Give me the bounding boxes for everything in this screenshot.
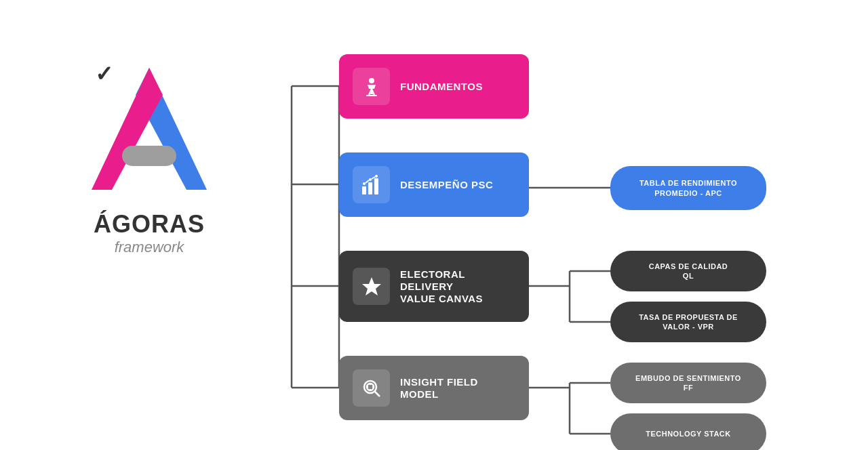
insight-box[interactable]: INSIGHT FIELD MODEL [339,356,529,420]
svg-rect-20 [362,186,366,195]
tabla-label: TABLA DE RENDIMIENTOPROMEDIO - APC [620,178,756,198]
svg-rect-22 [374,178,378,195]
tasa-label: TASA DE PROPUESTA DEVALOR - VPR [620,312,756,332]
logo-area: ✓ ÁGORAS framework [41,54,258,256]
desempeno-icon [353,166,390,203]
logo-text-area: ÁGORAS framework [94,210,205,256]
fundamentos-box[interactable]: FUNDAMENTOS [339,54,529,119]
embudo-label: EMBUDO DE SENTIMIENTOFF [620,373,756,393]
gray-pill [122,146,176,166]
logo-name: ÁGORAS [94,210,205,239]
logo-subtitle: framework [94,239,205,256]
svg-rect-19 [366,95,377,96]
svg-point-23 [363,182,366,185]
electoral-label: ELECTORAL DELIVERYVALUE CANVAS [400,268,515,305]
desempeno-box[interactable]: DESEMPEÑO PSC [339,152,529,217]
svg-marker-28 [362,277,381,295]
electoral-box[interactable]: ELECTORAL DELIVERYVALUE CANVAS [339,251,529,322]
capas-box[interactable]: CAPAS DE CALIDADQL [610,251,766,291]
svg-point-29 [364,381,376,393]
checkmark-icon: ✓ [95,61,113,87]
svg-line-30 [375,392,380,396]
diagram: FUNDAMENTOS DESEMPEÑO PSC ELECTORAL DELI… [258,20,854,441]
tasa-box[interactable]: TASA DE PROPUESTA DEVALOR - VPR [610,302,766,342]
technology-box[interactable]: TECHNOLOGY STACK [610,413,766,450]
electoral-icon [353,268,390,305]
svg-point-24 [369,178,372,181]
svg-point-16 [369,78,374,83]
svg-point-25 [375,175,378,178]
logo-graphic: ✓ [81,54,217,203]
fundamentos-icon [353,68,390,105]
embudo-box[interactable]: EMBUDO DE SENTIMIENTOFF [610,363,766,403]
svg-rect-21 [368,182,372,195]
insight-icon [353,369,390,407]
fundamentos-label: FUNDAMENTOS [400,81,483,93]
insight-label: INSIGHT FIELD MODEL [400,376,515,401]
desempeno-label: DESEMPEÑO PSC [400,179,493,191]
capas-label: CAPAS DE CALIDADQL [620,262,756,281]
tabla-box[interactable]: TABLA DE RENDIMIENTOPROMEDIO - APC [610,166,766,210]
technology-label: TECHNOLOGY STACK [620,429,756,438]
